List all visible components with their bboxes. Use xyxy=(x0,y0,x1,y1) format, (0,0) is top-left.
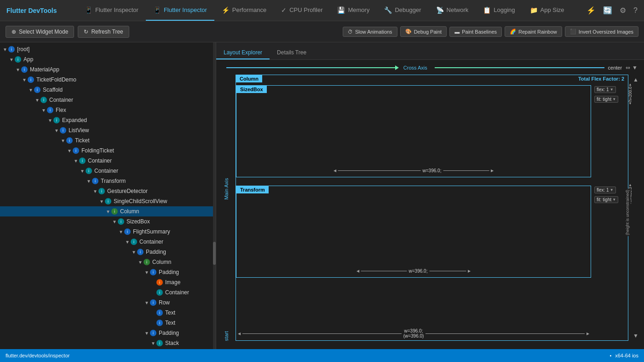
tree-item-materialapp[interactable]: iMaterialApp xyxy=(0,64,216,75)
tree-arrow-expanded[interactable] xyxy=(47,117,53,123)
tree-item-flightsummary[interactable]: iFlightSummary xyxy=(0,227,216,237)
settings-btn[interactable]: ⚙ xyxy=(618,4,628,17)
tree-item-transform[interactable]: iTransform xyxy=(0,176,216,186)
tree-item-padding3[interactable]: iPadding xyxy=(0,328,216,338)
tab-details-tree[interactable]: Details Tree xyxy=(270,47,314,59)
tab-appsize[interactable]: 📁 App Size xyxy=(523,0,572,21)
scroll-up-btn[interactable]: ▲ xyxy=(633,76,638,83)
refresh-tree-btn[interactable]: ↻ Refresh Tree xyxy=(78,26,129,38)
tree-item-gesturedetector[interactable]: iGestureDetector xyxy=(0,186,216,196)
slow-anim-icon: ⏱ xyxy=(348,29,353,35)
tree-item-container1[interactable]: iContainer xyxy=(0,95,216,105)
tree-arrow-app[interactable] xyxy=(8,56,15,63)
tab-inspector[interactable]: 📱 Flutter Inspector xyxy=(77,0,146,21)
tree-item-ticketfolddemo[interactable]: iTicketFoldDemo xyxy=(0,75,216,85)
tree-item-padding1[interactable]: iPadding xyxy=(0,247,216,257)
tree-item-flex[interactable]: iFlex xyxy=(0,105,216,115)
tree-arrow-ticket[interactable] xyxy=(60,137,66,144)
slow-animations-btn[interactable]: ⏱ Slow Animations xyxy=(343,27,397,37)
tree-arrow-padding1[interactable] xyxy=(131,249,137,255)
column-box[interactable]: Column Total Flex Factor: 2 SizedBox ◀ xyxy=(236,75,628,341)
tree-item-scaffold[interactable]: iScaffold xyxy=(0,85,216,95)
transform-block[interactable]: Transform ◀ w=396.0; ▶ xyxy=(236,186,591,278)
debug-paint-btn[interactable]: 🎨 Debug Paint xyxy=(400,26,447,37)
tree-scrollbar[interactable] xyxy=(213,42,216,349)
tree-item-sizedbox[interactable]: iSizedBox xyxy=(0,216,216,227)
tab-inspector-active[interactable]: 📱 Flutter Inspector xyxy=(146,0,214,21)
fit-tight-dropdown-1[interactable]: fit: tight ▼ xyxy=(594,96,618,103)
tree-arrow-column2[interactable] xyxy=(137,259,144,265)
tree-arrow-padding2[interactable] xyxy=(144,269,150,275)
axis-ctrl-btn-2[interactable]: ▼ xyxy=(632,64,638,71)
tree-arrow-container4[interactable] xyxy=(124,239,131,245)
tree-item-app[interactable]: iApp xyxy=(0,54,216,64)
tree-arrow-stack[interactable] xyxy=(150,340,156,346)
scroll-down-btn[interactable]: ▼ xyxy=(633,333,638,339)
tree-arrow-foldingticket[interactable] xyxy=(66,147,73,154)
tree-dot-app: i xyxy=(15,56,21,63)
tree-arrow-container1[interactable] xyxy=(34,97,40,103)
tree-arrow-padding3[interactable] xyxy=(144,330,150,336)
statusbar-link[interactable]: flutter.dev/devtools/inspector xyxy=(6,353,69,358)
tab-cpu[interactable]: ✓ CPU Profiler xyxy=(274,0,330,21)
tree-item-container4[interactable]: iContainer xyxy=(0,237,216,247)
tab-layout-explorer[interactable]: Layout Explorer xyxy=(216,47,270,59)
tree-item-container3[interactable]: iContainer xyxy=(0,166,216,176)
tree-item-stack[interactable]: iStack xyxy=(0,338,216,348)
tree-label-column: Column xyxy=(120,208,139,215)
tab-logging[interactable]: 📋 Logging xyxy=(476,0,522,21)
tree-item-row[interactable]: iRow xyxy=(0,298,216,308)
tree-arrow-singlechildscrollview[interactable] xyxy=(98,198,105,204)
repaint-rainbow-btn[interactable]: 🌈 Repaint Rainbow xyxy=(505,26,562,37)
tree-dot-container1: i xyxy=(40,97,47,103)
fit-tight-dropdown-2[interactable]: fit: tight ▼ xyxy=(594,196,618,203)
tree-item-text2[interactable]: iText xyxy=(0,318,216,328)
flex1-dropdown-1[interactable]: flex: 1 ▼ xyxy=(594,86,616,93)
tree-item-image[interactable]: iImage xyxy=(0,277,216,287)
tree-scroll-thumb[interactable] xyxy=(213,242,216,265)
tree-arrow-sizedbox[interactable] xyxy=(111,218,118,225)
axis-ctrl-btn-1[interactable]: ⇔ xyxy=(626,64,630,71)
tree-arrow-container3[interactable] xyxy=(79,168,86,174)
tree-arrow-ticketfolddemo[interactable] xyxy=(21,76,28,83)
tree-arrow-row[interactable] xyxy=(144,299,150,306)
tab-network[interactable]: 📡 Network xyxy=(429,0,476,21)
select-widget-btn[interactable]: ⊕ Select Widget Mode xyxy=(6,26,74,38)
tab-debugger[interactable]: 🔧 Debugger xyxy=(377,0,428,21)
tab-memory[interactable]: 💾 Memory xyxy=(330,0,377,21)
tree-dot-padding3: i xyxy=(150,330,156,336)
tree-arrow-materialapp[interactable] xyxy=(15,66,21,73)
tree-item-column2[interactable]: iColumn xyxy=(0,257,216,267)
invert-oversized-btn[interactable]: ⬛ Invert Oversized Images xyxy=(565,26,638,37)
paint-baselines-btn[interactable]: ▬ Paint Baselines xyxy=(449,27,502,37)
tab-performance[interactable]: ⚡ Performance xyxy=(214,0,274,21)
tree-item-container2[interactable]: iContainer xyxy=(0,156,216,166)
tree-arrow-scaffold[interactable] xyxy=(28,87,34,93)
tree-arrow-gesturedetector[interactable] xyxy=(92,188,98,194)
tree-item-root[interactable]: i[root] xyxy=(0,44,216,54)
tree-arrow-column[interactable] xyxy=(105,208,111,215)
sized-box-block[interactable]: SizedBox ◀ w=396.0; ▶ xyxy=(236,85,591,177)
tree-arrow-listview[interactable] xyxy=(53,127,60,134)
history-btn[interactable]: 🔄 xyxy=(601,4,614,17)
tree-item-container5[interactable]: iContainer xyxy=(0,287,216,298)
nav-tabs: 📱 Flutter Inspector 📱 Flutter Inspector … xyxy=(64,0,585,21)
tree-arrow-container2[interactable] xyxy=(73,158,79,164)
tree-item-padding2[interactable]: iPadding xyxy=(0,267,216,277)
tree-item-column[interactable]: iColumn xyxy=(0,206,216,216)
tree-arrow-flightsummary[interactable] xyxy=(118,228,124,235)
tree-item-listview[interactable]: iListView xyxy=(0,125,216,135)
lightning-btn[interactable]: ⚡ xyxy=(585,4,598,17)
tree-item-ticket[interactable]: iTicket xyxy=(0,135,216,146)
tree-item-foldingticket[interactable]: iFoldingTicket xyxy=(0,146,216,156)
tree-label-flex: Flex xyxy=(56,107,66,113)
flex1-dropdown-2[interactable]: flex: 1 ▼ xyxy=(594,187,616,193)
tree-arrow-flex[interactable] xyxy=(40,107,47,113)
cross-axis-label: Cross Axis xyxy=(400,65,431,70)
tree-item-text1[interactable]: iText xyxy=(0,308,216,318)
tree-item-expanded[interactable]: iExpanded xyxy=(0,115,216,125)
tree-arrow-root[interactable] xyxy=(2,46,8,53)
help-btn[interactable]: ? xyxy=(632,5,639,17)
tree-item-singlechildscrollview[interactable]: iSingleChildScrollView xyxy=(0,196,216,206)
tree-arrow-transform[interactable] xyxy=(86,178,92,184)
